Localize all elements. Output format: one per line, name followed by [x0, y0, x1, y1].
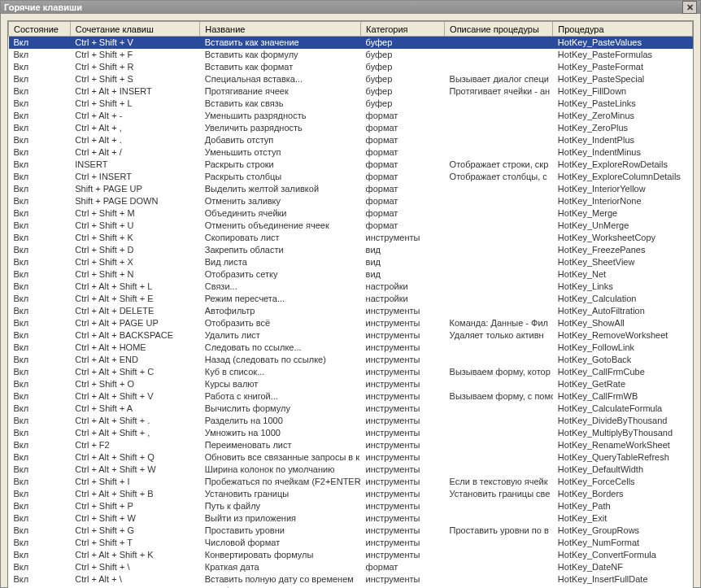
cell-combo: Ctrl + Shift + N: [70, 268, 200, 281]
cell-cat: инструменты: [361, 354, 445, 366]
table-row[interactable]: ВклCtrl + Alt + Shift + KКонвертировать …: [9, 549, 693, 561]
hotkeys-table-wrap[interactable]: Состояние Сочетание клавиш Название Кате…: [7, 20, 694, 588]
table-row[interactable]: ВклCtrl + Alt + Shift + BУстановить гран…: [9, 488, 693, 500]
cell-cat: формат: [361, 159, 445, 171]
cell-cat: формат: [361, 561, 445, 573]
table-row[interactable]: ВклCtrl + Shift + DЗакрепить областивидH…: [9, 244, 693, 256]
col-header-state[interactable]: Состояние: [9, 22, 71, 37]
cell-combo: Ctrl + Shift + \: [70, 561, 200, 573]
table-row[interactable]: ВклCtrl + INSERTРаскрыть столбцыформатОт…: [9, 171, 693, 183]
table-row[interactable]: ВклCtrl + Alt + .Добавить отступформатHo…: [9, 134, 693, 146]
cell-state: Вкл: [9, 305, 71, 317]
table-row[interactable]: ВклCtrl + Shift + XВид листавидHotKey_Sh…: [9, 256, 693, 268]
cell-state: Вкл: [9, 98, 71, 110]
table-row[interactable]: ВклCtrl + Alt + Shift + EРежим пересчета…: [9, 293, 693, 305]
cell-cat: инструменты: [361, 488, 445, 500]
cell-combo: Ctrl + Shift + F: [70, 49, 200, 61]
table-row[interactable]: ВклCtrl + Alt + ,Увеличить разрядностьфо…: [9, 122, 693, 134]
table-row[interactable]: ВклCtrl + Alt + PAGE DOWNАвтофильтр по в…: [9, 586, 693, 589]
table-row[interactable]: ВклCtrl + Alt + Shift + VРабота с книгой…: [9, 390, 693, 403]
table-row[interactable]: ВклCtrl + Alt + Shift + .Разделить на 10…: [9, 415, 693, 427]
cell-cat: формат: [361, 146, 445, 159]
cell-proc: HotKey_PasteSpecial: [553, 73, 693, 85]
table-row[interactable]: ВклCtrl + F2Переименовать листинструмент…: [9, 439, 693, 451]
cell-desc: [445, 37, 553, 49]
table-row[interactable]: ВклCtrl + Shift + TЧисловой форматинстру…: [9, 537, 693, 549]
table-row[interactable]: ВклCtrl + Alt + BACKSPACEУдалить листинс…: [9, 329, 693, 342]
cell-cat: формат: [361, 171, 445, 183]
table-row[interactable]: ВклCtrl + Shift + KСкопировать листинстр…: [9, 232, 693, 244]
table-row[interactable]: ВклShift + PAGE DOWNОтменить заливкуформ…: [9, 195, 693, 207]
cell-state: Вкл: [9, 476, 71, 488]
table-row[interactable]: ВклCtrl + Alt + PAGE UPОтобразить всёинс…: [9, 317, 693, 329]
table-row[interactable]: ВклCtrl + Shift + MОбъединить ячейкиформ…: [9, 207, 693, 220]
cell-name: Отменить заливку: [200, 195, 361, 207]
table-row[interactable]: ВклCtrl + Shift + RВставить как форматбу…: [9, 61, 693, 73]
table-row[interactable]: ВклShift + PAGE UPВыделить желтой заливк…: [9, 183, 693, 195]
table-row[interactable]: ВклCtrl + Shift + SСпециальная вставка..…: [9, 73, 693, 85]
cell-state: Вкл: [9, 268, 71, 281]
table-row[interactable]: ВклCtrl + Shift + UОтменить объединение …: [9, 220, 693, 232]
cell-combo: Ctrl + Alt + Shift + ,: [70, 427, 200, 439]
table-row[interactable]: ВклCtrl + Shift + VВставить как значение…: [9, 37, 693, 49]
table-row[interactable]: ВклCtrl + Alt + INSERTПротягивание ячеек…: [9, 85, 693, 98]
cell-proc: HotKey_Merge: [553, 207, 693, 220]
cell-proc: HotKey_GotoBack: [553, 354, 693, 366]
table-row[interactable]: ВклCtrl + Shift + IПробежаться по ячейка…: [9, 476, 693, 488]
table-row[interactable]: ВклCtrl + Alt + Shift + LСвязи...настрой…: [9, 281, 693, 293]
table-row[interactable]: ВклCtrl + Alt + -Уменьшить разрядностьфо…: [9, 110, 693, 122]
table-row[interactable]: ВклCtrl + Shift + PПуть к файлуинструмен…: [9, 500, 693, 512]
cell-desc: [445, 134, 553, 146]
table-row[interactable]: ВклCtrl + Alt + Shift + CКуб в список...…: [9, 366, 693, 378]
cell-name: Закрепить области: [200, 244, 361, 256]
cell-name: Вид листа: [200, 256, 361, 268]
table-row[interactable]: ВклCtrl + Alt + ENDНазад (следовать по с…: [9, 354, 693, 366]
cell-proc: HotKey_IndentMinus: [553, 146, 693, 159]
cell-proc: HotKey_InsertFullDate: [553, 573, 693, 586]
cell-name: Конвертировать формулы: [200, 549, 361, 561]
cell-state: Вкл: [9, 171, 71, 183]
table-row[interactable]: ВклCtrl + Shift + NОтобразить сеткувидHo…: [9, 268, 693, 281]
cell-state: Вкл: [9, 49, 71, 61]
col-header-cat[interactable]: Категория: [361, 22, 445, 37]
cell-name: Увеличить разрядность: [200, 122, 361, 134]
close-button[interactable]: ✕: [682, 1, 697, 14]
cell-state: Вкл: [9, 549, 71, 561]
table-row[interactable]: ВклCtrl + Alt + Shift + ,Умножить на 100…: [9, 427, 693, 439]
cell-proc: HotKey_Net: [553, 268, 693, 281]
table-row[interactable]: ВклCtrl + Shift + \Краткая датаформатHot…: [9, 561, 693, 573]
table-row[interactable]: ВклCtrl + Shift + WВыйти из приложенияин…: [9, 512, 693, 525]
cell-cat: инструменты: [361, 464, 445, 476]
col-header-proc[interactable]: Процедура: [553, 22, 693, 37]
table-row[interactable]: ВклCtrl + Alt + DELETEАвтофильтринструме…: [9, 305, 693, 317]
cell-name: Курсы валют: [200, 378, 361, 390]
cell-proc: HotKey_FillDown: [553, 85, 693, 98]
table-row[interactable]: ВклCtrl + Alt + Shift + QОбновить все св…: [9, 451, 693, 464]
table-row[interactable]: ВклCtrl + Shift + OКурсы валютинструмент…: [9, 378, 693, 390]
cell-proc: HotKey_PasteFormat: [553, 61, 693, 73]
table-row[interactable]: ВклCtrl + Shift + AВычислить формулуинст…: [9, 403, 693, 415]
col-header-desc[interactable]: Описание процедуры: [445, 22, 553, 37]
col-header-combo[interactable]: Сочетание клавиш: [70, 22, 200, 37]
cell-desc: [445, 500, 553, 512]
cell-cat: инструменты: [361, 500, 445, 512]
cell-name: Раскрыть столбцы: [200, 171, 361, 183]
cell-state: Вкл: [9, 293, 71, 305]
cell-cat: вид: [361, 268, 445, 281]
cell-combo: Ctrl + Alt + -: [70, 110, 200, 122]
cell-cat: инструменты: [361, 378, 445, 390]
table-row[interactable]: ВклCtrl + Alt + \Вставить полную дату со…: [9, 573, 693, 586]
col-header-name[interactable]: Название: [200, 22, 361, 37]
cell-state: Вкл: [9, 354, 71, 366]
table-row[interactable]: ВклCtrl + Shift + LВставить как связьбуф…: [9, 98, 693, 110]
table-row[interactable]: ВклCtrl + Alt + HOMEСледовать по ссылке.…: [9, 342, 693, 354]
cell-desc: Вызывает диалог специ: [445, 73, 553, 85]
cell-name: Автофильтр по выделению: [200, 586, 361, 589]
table-row[interactable]: ВклCtrl + Shift + GПроставить уровниинст…: [9, 525, 693, 537]
table-row[interactable]: ВклCtrl + Shift + FВставить как формулуб…: [9, 49, 693, 61]
table-row[interactable]: ВклCtrl + Alt + /Уменьшить отступформатH…: [9, 146, 693, 159]
header-row: Состояние Сочетание клавиш Название Кате…: [9, 22, 693, 37]
table-row[interactable]: ВклINSERTРаскрыть строкиформатОтображает…: [9, 159, 693, 171]
cell-cat: инструменты: [361, 439, 445, 451]
table-row[interactable]: ВклCtrl + Alt + Shift + WШирина колонок …: [9, 464, 693, 476]
